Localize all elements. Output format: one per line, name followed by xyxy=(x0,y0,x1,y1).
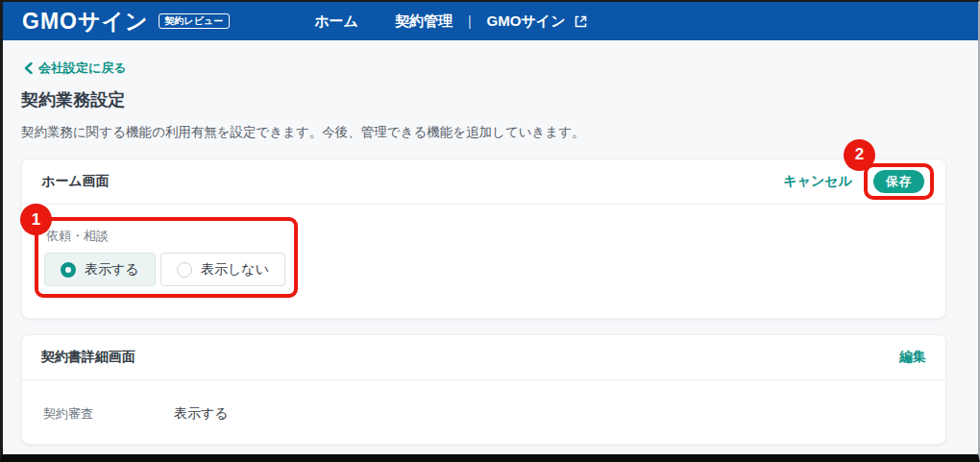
edit-link[interactable]: 編集 xyxy=(899,349,926,366)
nav-item-gmo-sign-external[interactable]: GMOサイン xyxy=(487,12,588,31)
detail-card-header: 契約書詳細画面 編集 xyxy=(22,335,945,380)
home-card-header: ホーム画面 キャンセル 2 保存 xyxy=(22,159,945,205)
radio-unselected-icon xyxy=(177,262,192,278)
radio-group-display: 表示する 表示しない xyxy=(44,253,285,286)
radio-option-hide[interactable]: 表示しない xyxy=(160,253,285,286)
radio-selected-icon xyxy=(61,262,76,278)
annotation-rect-step-1: 1 依頼・相談 表示する 表示しない xyxy=(35,217,298,298)
contract-detail-card: 契約書詳細画面 編集 契約審査 表示する xyxy=(21,334,946,445)
radio-option-hide-label: 表示しない xyxy=(201,261,269,279)
external-link-icon xyxy=(574,14,588,29)
save-button[interactable]: 保存 xyxy=(873,170,924,193)
top-navbar: GMOサイン 契約レビュー ホーム 契約管理 | GMOサイン xyxy=(3,2,978,40)
annotation-badge-step-2: 2 xyxy=(844,139,875,171)
back-link[interactable]: 会社設定に戻る xyxy=(24,60,127,77)
nav-external-label: GMOサイン xyxy=(487,12,566,31)
app-window: GMOサイン 契約レビュー ホーム 契約管理 | GMOサイン xyxy=(0,0,980,462)
gmo-sign-logo[interactable]: GMOサイン xyxy=(22,7,149,36)
home-card-body: 1 依頼・相談 表示する 表示しない xyxy=(22,205,945,318)
detail-card-row: 契約審査 表示する xyxy=(22,380,945,444)
page-title: 契約業務設定 xyxy=(21,88,959,111)
row-label-contract-review: 契約審査 xyxy=(43,405,174,423)
nav-item-home[interactable]: ホーム xyxy=(314,12,358,31)
radio-option-show-label: 表示する xyxy=(85,261,139,279)
radio-option-show[interactable]: 表示する xyxy=(44,253,156,286)
page-description: 契約業務に関する機能の利用有無を設定できます。今後、管理できる機能を追加していき… xyxy=(21,124,959,141)
cancel-link[interactable]: キャンセル xyxy=(783,173,852,190)
home-card-title: ホーム画面 xyxy=(41,173,110,190)
contract-review-badge: 契約レビュー xyxy=(159,13,231,29)
row-value-contract-review: 表示する xyxy=(174,405,229,423)
detail-card-title: 契約書詳細画面 xyxy=(41,349,135,366)
main-content: 会社設定に戻る 契約業務設定 契約業務に関する機能の利用有無を設定できます。今後… xyxy=(3,40,978,454)
annotation-badge-step-1: 1 xyxy=(20,204,52,235)
annotation-rect-step-2: 2 保存 xyxy=(864,163,934,200)
brand: GMOサイン 契約レビュー xyxy=(22,7,230,36)
home-card-actions: キャンセル 2 保存 xyxy=(783,163,926,200)
home-screen-card: ホーム画面 キャンセル 2 保存 1 依頼・相談 表示する xyxy=(21,158,946,319)
nav-item-contract-management[interactable]: 契約管理 xyxy=(395,12,453,31)
back-link-label: 会社設定に戻る xyxy=(38,60,127,77)
field-label-request-consult: 依頼・相談 xyxy=(46,228,285,245)
main-nav: ホーム 契約管理 | GMOサイン xyxy=(314,12,587,31)
nav-separator: | xyxy=(468,13,472,29)
chevron-left-icon xyxy=(24,62,33,74)
